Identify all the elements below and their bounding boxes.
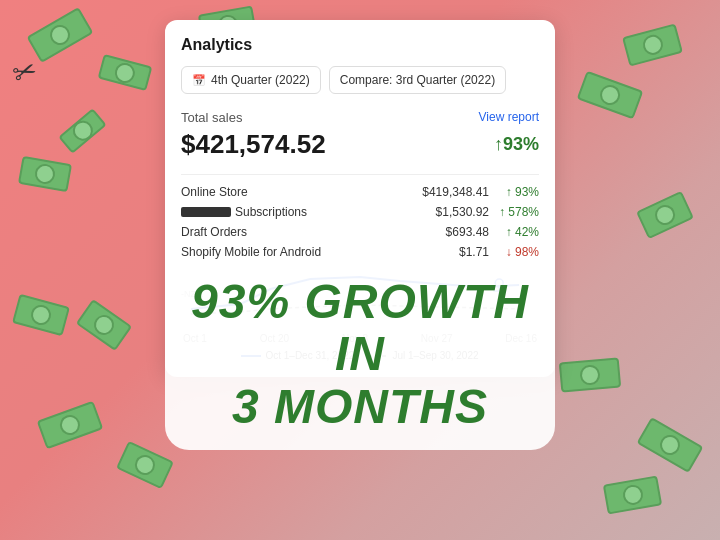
card-title: Analytics	[181, 36, 539, 54]
money-bill-11	[636, 191, 694, 239]
total-sales-header-row: Total sales View report	[181, 110, 539, 125]
growth-text-container: 93% GROWTH IN 3 MONTHS	[165, 260, 555, 450]
growth-overlay: 93% GROWTH IN 3 MONTHS	[165, 260, 555, 450]
row-amount-draft-orders: $693.48	[399, 225, 489, 239]
row-change-shopify-mobile: ↓ 98%	[489, 245, 539, 259]
row-label-shopify-mobile: Shopify Mobile for Android	[181, 245, 399, 259]
row-change-draft-orders: ↑ 42%	[489, 225, 539, 239]
table-row: Draft Orders $693.48 ↑ 42%	[181, 225, 539, 239]
growth-badge: ↑93%	[494, 134, 539, 155]
money-bill-10	[637, 417, 704, 473]
quarter-filter-label: 4th Quarter (2022)	[211, 73, 310, 87]
row-label-draft-orders: Draft Orders	[181, 225, 399, 239]
money-bill-5	[622, 23, 683, 66]
table-row: Subscriptions $1,530.92 ↑ 578%	[181, 205, 539, 219]
divider	[181, 174, 539, 175]
row-amount-online-store: $419,348.41	[399, 185, 489, 199]
total-sales-amount: $421,574.52	[181, 129, 326, 160]
compare-filter-button[interactable]: Compare: 3rd Quarter (2022)	[329, 66, 506, 94]
subscriptions-text: Subscriptions	[235, 205, 307, 219]
filters-row: 📅 4th Quarter (2022) Compare: 3rd Quarte…	[181, 66, 539, 94]
calendar-icon: 📅	[192, 74, 206, 87]
row-change-online-store: ↑ 93%	[489, 185, 539, 199]
money-bill-15	[76, 299, 133, 351]
redact-bar	[181, 207, 231, 217]
money-bill-12	[12, 294, 70, 336]
money-bill-13	[559, 357, 621, 392]
money-bill-14	[58, 108, 107, 154]
quarter-filter-button[interactable]: 📅 4th Quarter (2022)	[181, 66, 321, 94]
money-bill-2	[98, 54, 153, 91]
growth-text-line1: 93% GROWTH IN	[189, 276, 531, 382]
row-label-online-store: Online Store	[181, 185, 399, 199]
compare-filter-label: Compare: 3rd Quarter (2022)	[340, 73, 495, 87]
row-amount-subscriptions: $1,530.92	[399, 205, 489, 219]
sales-rows: Online Store $419,348.41 ↑ 93% Subscript…	[181, 185, 539, 259]
table-row: Online Store $419,348.41 ↑ 93%	[181, 185, 539, 199]
view-report-link[interactable]: View report	[479, 110, 539, 124]
row-label-subscriptions: Subscriptions	[181, 205, 399, 219]
growth-text-line2: 3 MONTHS	[189, 381, 531, 434]
row-amount-shopify-mobile: $1.71	[399, 245, 489, 259]
money-bill-4	[577, 71, 644, 120]
total-sales-label: Total sales	[181, 110, 242, 125]
row-change-subscriptions: ↑ 578%	[489, 205, 539, 219]
money-bill-6	[18, 156, 72, 192]
table-row: Shopify Mobile for Android $1.71 ↓ 98%	[181, 245, 539, 259]
total-sales-amount-row: $421,574.52 ↑93%	[181, 129, 539, 160]
money-bill-7	[37, 401, 104, 450]
money-bill-9	[603, 475, 662, 514]
